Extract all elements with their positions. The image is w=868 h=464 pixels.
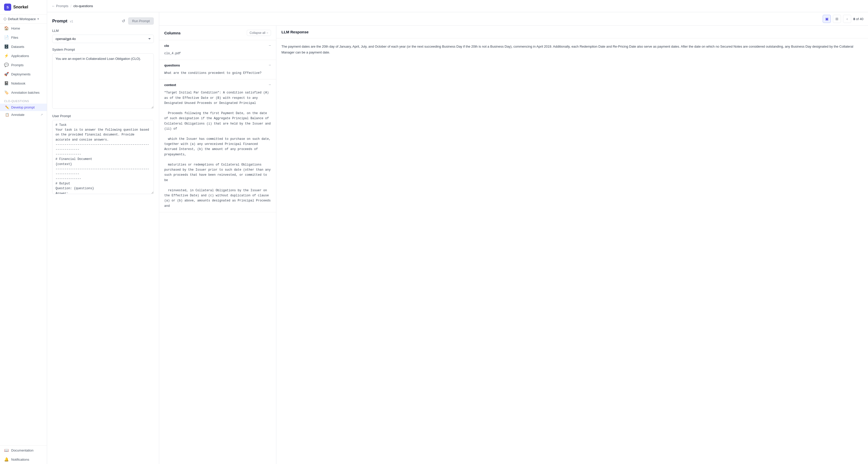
llm-panel-header: LLM Response	[276, 26, 868, 38]
sidebar-item-documentation[interactable]: 📖 Documentation	[0, 446, 47, 455]
sidebar-sub-item-annotate[interactable]: 📋 Annotate ↗	[0, 111, 47, 118]
llm-select[interactable]: openai/gpt-4o openai/gpt-3.5-turbo anthr…	[52, 35, 154, 43]
workspace-icon: ⬡	[4, 17, 6, 21]
prompt-header-actions: ↺ Run Prompt	[121, 17, 154, 25]
sidebar-item-label: Applications	[11, 54, 29, 58]
column-context-name: context	[164, 83, 176, 87]
column-context-value: "Target Initial Par Condition": A condit…	[164, 91, 273, 208]
run-prompt-button[interactable]: Run Prompt	[128, 17, 154, 25]
logo-icon: S	[4, 4, 11, 11]
column-block-context: context − "Target Initial Par Condition"…	[159, 80, 276, 212]
columns-panel: Columns Collapse all − clo −	[159, 26, 276, 464]
sidebar-item-notebook[interactable]: 📓 Notebook	[0, 79, 47, 88]
column-context-content: "Target Initial Par Condition": A condit…	[159, 90, 276, 212]
system-prompt-textarea[interactable]: You are an expert in Collateralized Loan…	[52, 54, 154, 109]
sidebar-item-datasets[interactable]: 🗄️ Datasets	[0, 42, 47, 51]
home-icon: 🏠	[4, 26, 9, 31]
collapse-all-button[interactable]: Collapse all −	[247, 30, 271, 36]
develop-prompt-icon: ✏️	[5, 105, 9, 109]
sidebar-item-prompts[interactable]: 💬 Prompts	[0, 60, 47, 69]
content-area: Prompt v1 ↺ Run Prompt LLM openai/gpt-4o…	[47, 12, 868, 464]
prompt-title-group: Prompt v1	[52, 19, 73, 24]
system-prompt-label: System Prompt	[52, 48, 154, 52]
columns-header: Columns Collapse all −	[159, 26, 276, 40]
reset-button[interactable]: ↺	[121, 18, 126, 25]
deployments-icon: 🚀	[4, 72, 9, 76]
back-arrow-icon: ←	[52, 4, 55, 8]
system-prompt-section: System Prompt You are an expert in Colla…	[52, 48, 154, 110]
files-icon: 📄	[4, 35, 9, 40]
main: ← Prompts / clo-questions Prompt v1 ↺ Ru…	[47, 0, 868, 464]
datasets-icon: 🗄️	[4, 44, 9, 49]
column-clo-toggle[interactable]: −	[269, 43, 271, 48]
develop-prompt-label: Develop prompt	[11, 105, 35, 109]
sidebar-item-home[interactable]: 🏠 Home	[0, 24, 47, 33]
column-questions-content: What are the conditions precedent to goi…	[159, 70, 276, 79]
column-clo-name: clo	[164, 44, 169, 48]
nav-controls: ▣ ⊞ ‹ 8 of 40	[159, 12, 868, 26]
logo: S Snorkel	[0, 0, 47, 14]
page-of-text: of	[856, 17, 859, 21]
prompt-panel-header: Prompt v1 ↺ Run Prompt	[52, 17, 154, 25]
sidebar-item-files[interactable]: 📄 Files	[0, 33, 47, 42]
sidebar-item-label: Files	[11, 36, 18, 39]
notifications-icon: 🔔	[4, 457, 9, 462]
right-content: Columns Collapse all − clo −	[159, 26, 868, 464]
sidebar-item-label: Annotation batches	[11, 91, 39, 94]
right-side: ▣ ⊞ ‹ 8 of 40 Columns Collapse all −	[159, 12, 868, 464]
external-link-icon: ↗	[40, 113, 43, 116]
column-context-toggle[interactable]: −	[269, 83, 271, 87]
layout-double-button[interactable]: ⊞	[833, 15, 841, 23]
llm-panel-title: LLM Response	[281, 30, 309, 34]
sidebar-item-annotation-batches[interactable]: 🏷️ Annotation batches	[0, 88, 47, 97]
minus-icon: −	[267, 31, 268, 35]
topbar-back-button[interactable]: ← Prompts	[52, 4, 68, 8]
sidebar-item-label: Prompts	[11, 63, 24, 67]
columns-title: Columns	[164, 31, 181, 35]
llm-section-label: LLM	[52, 29, 154, 33]
workspace-label: Default Workspace	[8, 17, 36, 21]
nav-back-button[interactable]: ‹	[843, 15, 851, 23]
annotate-label: Annotate	[11, 113, 25, 117]
sidebar: S Snorkel ⬡ Default Workspace ▾ 🏠 Home 📄…	[0, 0, 47, 464]
sidebar-item-label: Notebook	[11, 82, 26, 85]
sidebar-item-label: Datasets	[11, 45, 24, 49]
column-questions-name: questions	[164, 63, 180, 67]
user-prompt-section: User Prompt # Task Your task is to answe…	[52, 114, 154, 195]
notebook-icon: 📓	[4, 81, 9, 86]
topbar-prompts-link[interactable]: Prompts	[56, 4, 68, 8]
page-info: 8 of 40	[853, 17, 863, 21]
sidebar-bottom: 📖 Documentation 🔔 Notifications	[0, 445, 47, 464]
column-questions-value: What are the conditions precedent to goi…	[164, 71, 261, 75]
topbar: ← Prompts / clo-questions	[47, 0, 868, 12]
sidebar-item-label: Home	[11, 27, 20, 30]
llm-response-text: The payment dates are the 20th day of Ja…	[281, 43, 863, 56]
notifications-label: Notifications	[11, 458, 29, 461]
sidebar-section-label: clo-questions	[0, 97, 47, 104]
prompt-title: Prompt	[52, 19, 67, 24]
column-questions-header: questions −	[159, 60, 276, 70]
column-clo-value: clo_4.pdf	[164, 52, 181, 55]
sidebar-item-notifications[interactable]: 🔔 Notifications	[0, 455, 47, 464]
logo-text: Snorkel	[13, 5, 28, 9]
column-questions-toggle[interactable]: −	[269, 63, 271, 67]
documentation-label: Documentation	[11, 448, 33, 452]
workspace-selector[interactable]: ⬡ Default Workspace ▾	[0, 14, 47, 24]
column-block-clo: clo − clo_4.pdf	[159, 40, 276, 60]
llm-panel-body: The payment dates are the 20th day of Ja…	[276, 38, 868, 464]
annotation-batches-icon: 🏷️	[4, 90, 9, 95]
user-prompt-label: User Prompt	[52, 114, 154, 118]
prompt-panel: Prompt v1 ↺ Run Prompt LLM openai/gpt-4o…	[47, 12, 159, 464]
applications-icon: ⚡	[4, 54, 9, 58]
llm-section: LLM openai/gpt-4o openai/gpt-3.5-turbo a…	[52, 29, 154, 43]
sidebar-sub-item-develop-prompt[interactable]: ✏️ Develop prompt	[0, 104, 47, 111]
user-prompt-textarea[interactable]: # Task Your task is to answer the follow…	[52, 120, 154, 194]
column-clo-header: clo −	[159, 40, 276, 51]
sidebar-item-deployments[interactable]: 🚀 Deployments	[0, 69, 47, 79]
column-block-questions: questions − What are the conditions prec…	[159, 60, 276, 80]
page-total: 40	[860, 17, 863, 21]
sidebar-item-label: Deployments	[11, 72, 31, 76]
sidebar-item-applications[interactable]: ⚡ Applications	[0, 51, 47, 60]
layout-single-button[interactable]: ▣	[823, 15, 831, 23]
chevron-down-icon: ▾	[37, 17, 39, 21]
